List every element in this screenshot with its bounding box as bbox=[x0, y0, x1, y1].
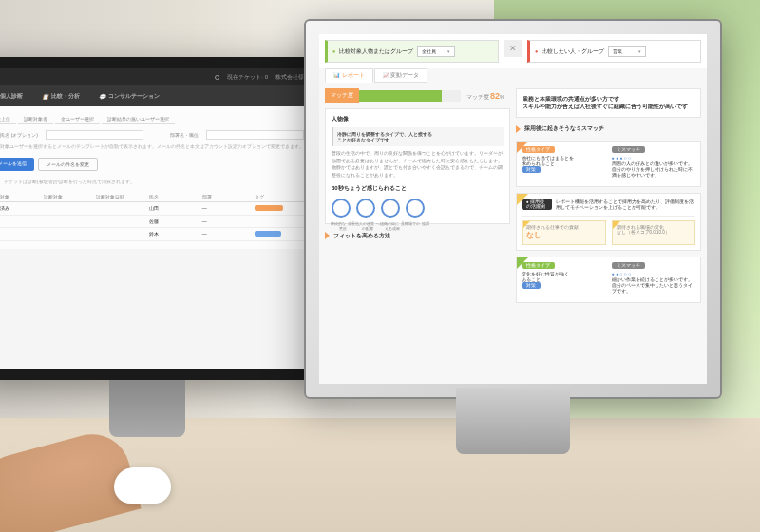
filter-right: ● 比較したい人・グループ 営業 bbox=[527, 40, 701, 63]
filter-bar: ● 比較対象人物またはグループ 全社員 ✕ ● 比較したい人・グループ 営業 bbox=[319, 34, 707, 68]
footer-heading: フィットを高める方法 bbox=[333, 233, 390, 239]
th-3[interactable]: 氏名 bbox=[149, 194, 199, 200]
table-row[interactable]: 選択済み 山田― bbox=[0, 202, 304, 216]
mouse-photo bbox=[114, 467, 171, 504]
filter-left-select[interactable]: 全社員 bbox=[417, 46, 455, 57]
persona-card: 人物像 冷静に周りを調整するタイプで、人と接する ことが好きなタイプです 普段の… bbox=[325, 108, 510, 224]
form-note: 診断対象ユーザーを選択するとメールのテンプレートが自動で表示されます。メールの件… bbox=[0, 143, 304, 150]
right-monitor: ● 比較対象人物またはグループ 全社員 ✕ ● 比較したい人・グループ 営業 📊… bbox=[304, 19, 722, 399]
clear-filter-button[interactable]: ✕ bbox=[504, 40, 522, 57]
th-1[interactable]: 診断対象 bbox=[44, 194, 93, 200]
ticket-info: チケットは診断{被験者}が診断を行った時点で消費されます。 bbox=[4, 179, 135, 184]
subtab-1[interactable]: 診断対象者 bbox=[18, 114, 53, 124]
dept-field[interactable] bbox=[206, 130, 304, 140]
note-right: 期待される職場の変化 なし（各スコア0.0/10.0） bbox=[612, 220, 696, 245]
tag-orange bbox=[255, 205, 283, 211]
report-tabs: 📊 レポート 📈 変動データ bbox=[319, 68, 707, 83]
table-row[interactable]: 鈴木― bbox=[0, 228, 304, 241]
edit-subject-button[interactable]: メールの件名を変更 bbox=[38, 158, 98, 171]
name-label: 氏名 (オプション) bbox=[0, 132, 38, 138]
th-5[interactable]: タグ bbox=[255, 194, 304, 200]
persona-sub: 30秒ちょうど感じられること bbox=[332, 184, 504, 193]
nav-personal[interactable]: 🔍個人診断 bbox=[0, 92, 23, 101]
ring-3: 職場での 協調 bbox=[406, 199, 425, 218]
left-titlebar: 現在チケット: 0 株式会社様 bbox=[0, 68, 312, 86]
subtab-2[interactable]: 全ユーザー選択 bbox=[55, 114, 100, 124]
match-label: マッチ度 bbox=[325, 88, 359, 103]
mismatch-card-2: ● 採用後の活躍例 レポート機能を活用することで採用力を高めたり、評価制度を活用… bbox=[516, 193, 701, 251]
user-table: 診断対象 診断対象 診断対象日時 氏名 部署 タグ 選択済み 山田― bbox=[0, 192, 304, 241]
persona-title: 冷静に周りを調整するタイプで、人と接する ことが好きなタイプです bbox=[337, 131, 432, 142]
subtab-0[interactable]: 最上位 bbox=[0, 114, 16, 124]
th-4[interactable]: 部署 bbox=[202, 194, 252, 200]
action-pill[interactable]: 対策 bbox=[522, 282, 541, 289]
triangle-icon bbox=[516, 125, 521, 133]
left-monitor: 現在チケット: 0 株式会社様 🔍個人診断 📋比較・分析 💬コンサルテーション … bbox=[0, 57, 323, 380]
left-subtabs: 最上位 診断対象者 全ユーザー選択 診断結果の無いユーザー選択 bbox=[0, 114, 304, 124]
chat-icon: 💬 bbox=[99, 93, 105, 100]
note-left: 期待される仕事での貢献 なし bbox=[522, 220, 606, 245]
triangle-icon bbox=[325, 232, 330, 239]
tab-data[interactable]: 📈 変動データ bbox=[374, 68, 428, 83]
dept-label: 部署名・職位 bbox=[151, 132, 199, 138]
ticket-icon bbox=[215, 75, 219, 80]
persona-body: 普段の生活の中で、周りの良好な関係を保つことを心がけています。リーダーが強固であ… bbox=[332, 150, 504, 179]
tag-blue bbox=[255, 231, 281, 237]
filter-right-label: 比較したい人・グループ bbox=[542, 48, 604, 55]
match-fill bbox=[359, 90, 442, 102]
mismatch-card-1: 性格タイプ 他社にも当てはまるとを 求められること 対策 ミスマッチ ● ● ●… bbox=[516, 141, 701, 187]
ring-0: 継続的な 成長意欲 bbox=[332, 199, 351, 218]
name-field[interactable] bbox=[46, 130, 143, 140]
nav-consult[interactable]: 💬コンサルテーション bbox=[99, 92, 160, 101]
ring-1: 他人の感覚 への配慮 bbox=[356, 199, 375, 218]
persona-heading: 人物像 bbox=[332, 115, 504, 124]
th-2[interactable]: 診断対象日時 bbox=[96, 194, 145, 200]
clipboard-icon: 📋 bbox=[42, 93, 48, 100]
left-nav: 🔍個人診断 📋比較・分析 💬コンサルテーション bbox=[0, 86, 312, 106]
match-bar: マッチ度 マッチ度 82% bbox=[325, 88, 510, 103]
mismatch-card-3: 性格タイプ 変化を好む性質が強く あること 対策 ミスマッチ ● ● ○ ○ ○… bbox=[516, 256, 701, 303]
send-mail-button[interactable]: メールを送信 bbox=[0, 158, 34, 171]
action-pill[interactable]: 対策 bbox=[522, 166, 541, 173]
filter-left-label: 比較対象人物またはグループ bbox=[339, 48, 413, 55]
tab-report[interactable]: 📊 レポート bbox=[325, 68, 373, 83]
ticket-count: 現在チケット: 0 bbox=[227, 73, 268, 82]
mismatch-heading: 採用後に起きそうなミスマッチ bbox=[524, 125, 604, 132]
ring-2: 組織の目に 見える成果 bbox=[381, 199, 400, 218]
table-row[interactable]: 佐藤― bbox=[0, 216, 304, 228]
filter-left: ● 比較対象人物またはグループ 全社員 bbox=[325, 40, 499, 63]
org-name: 株式会社様 bbox=[276, 73, 304, 82]
match-value: 82 bbox=[490, 91, 500, 101]
th-0[interactable]: 診断対象 bbox=[0, 194, 40, 200]
nav-compare[interactable]: 📋比較・分析 bbox=[42, 92, 80, 101]
subtab-3[interactable]: 診断結果の無いユーザー選択 bbox=[102, 114, 175, 124]
filter-right-select[interactable]: 営業 bbox=[608, 46, 646, 57]
headline: 業務と本業環境の共通点が多い方です スキルや能力が合えば入社後すぐに組織に合う可… bbox=[516, 88, 701, 118]
